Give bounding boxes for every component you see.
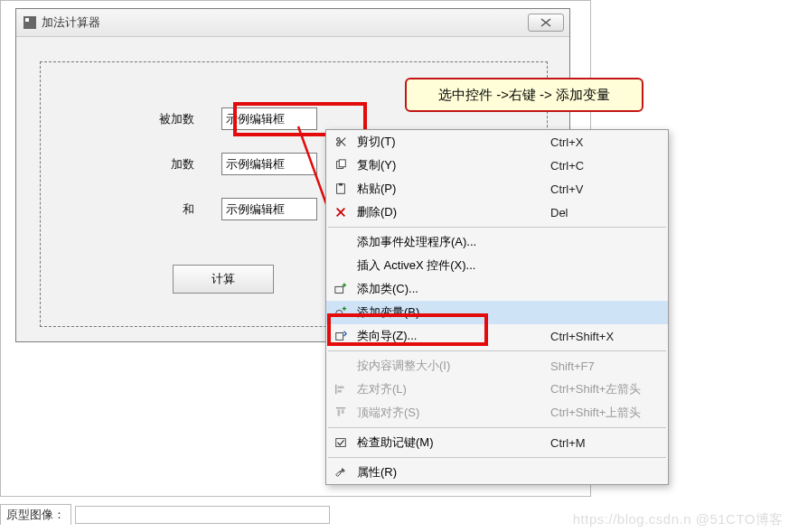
- close-icon: [540, 18, 551, 27]
- menu-item-label: 按内容调整大小(I): [352, 358, 550, 374]
- menu-separator: [328, 227, 666, 228]
- title-bar: 加法计算器: [16, 9, 569, 37]
- context-menu: 剪切(T)Ctrl+X复制(Y)Ctrl+C粘贴(P)Ctrl+V删除(D)De…: [325, 129, 669, 485]
- menu-item-props[interactable]: 属性(R): [326, 461, 668, 484]
- label-addend2: 加数: [122, 156, 194, 173]
- svg-rect-11: [342, 410, 344, 414]
- watermark: https://blog.csdn.n @51CTO博客: [573, 511, 784, 528]
- check-icon: [330, 436, 352, 449]
- menu-item-shortcut: Shift+F7: [550, 359, 668, 373]
- addclass-icon: [330, 283, 352, 295]
- classwiz-icon: [330, 330, 352, 342]
- menu-item-label: 剪切(T): [352, 134, 550, 150]
- svg-rect-7: [336, 333, 343, 341]
- menu-item-addhandler[interactable]: 添加事件处理程序(A)...: [326, 230, 668, 254]
- annotation-callout: 选中控件 ->右键 -> 添加变量: [405, 78, 643, 112]
- svg-rect-5: [335, 286, 343, 293]
- svg-rect-12: [336, 439, 346, 447]
- row-addend1: 被加数: [122, 107, 317, 130]
- menu-item-label: 添加事件处理程序(A)...: [352, 234, 550, 250]
- annotation-text: 选中控件 ->右键 -> 添加变量: [438, 87, 610, 104]
- calculate-button-label: 计算: [211, 271, 235, 287]
- label-sum: 和: [122, 201, 194, 218]
- menu-separator: [328, 457, 666, 458]
- copy-icon: [330, 159, 352, 172]
- menu-item-label: 删除(D): [352, 204, 550, 220]
- menu-item-alignleft: 左对齐(L)Ctrl+Shift+左箭头: [326, 378, 668, 401]
- menu-item-shortcut: Ctrl+C: [550, 159, 668, 173]
- menu-item-label: 左对齐(L): [352, 381, 550, 397]
- dialog-title: 加法计算器: [42, 14, 100, 31]
- svg-rect-4: [339, 183, 343, 186]
- row-addend2: 加数: [122, 153, 317, 175]
- menu-item-label: 插入 ActiveX 控件(X)...: [352, 257, 550, 274]
- menu-item-label: 顶端对齐(S): [352, 405, 550, 421]
- menu-item-aligntop: 顶端对齐(S)Ctrl+Shift+上箭头: [326, 401, 668, 425]
- menu-item-shortcut: Ctrl+M: [550, 436, 668, 450]
- menu-item-cut[interactable]: 剪切(T)Ctrl+X: [326, 130, 668, 154]
- row-sum: 和: [122, 198, 317, 220]
- menu-item-shortcut: Ctrl+X: [550, 135, 668, 149]
- menu-item-shortcut: Ctrl+V: [550, 182, 668, 196]
- menu-item-classwiz[interactable]: 类向导(Z)...Ctrl+Shift+X: [326, 324, 668, 348]
- menu-item-label: 属性(R): [352, 464, 550, 481]
- menu-item-addclass[interactable]: 添加类(C)...: [326, 277, 668, 301]
- input-addend2[interactable]: [221, 153, 317, 175]
- menu-item-sizecontent: 按内容调整大小(I)Shift+F7: [326, 354, 668, 378]
- menu-item-copy[interactable]: 复制(Y)Ctrl+C: [326, 154, 668, 177]
- label-addend1: 被加数: [122, 111, 194, 127]
- menu-item-shortcut: Ctrl+Shift+上箭头: [550, 405, 668, 421]
- menu-item-shortcut: Del: [550, 206, 668, 219]
- alignt-icon: [330, 406, 352, 419]
- menu-separator: [328, 350, 666, 351]
- menu-item-insertax[interactable]: 插入 ActiveX 控件(X)...: [326, 254, 668, 277]
- app-icon: [23, 16, 36, 29]
- menu-item-mnemonics[interactable]: 检查助记键(M)Ctrl+M: [326, 431, 668, 454]
- menu-item-label: 类向导(Z)...: [352, 328, 550, 344]
- menu-item-label: 添加变量(B)...: [352, 304, 550, 321]
- close-button[interactable]: [528, 14, 564, 32]
- menu-item-label: 粘贴(P): [352, 181, 550, 197]
- scissors-icon: [330, 135, 352, 148]
- calculate-button[interactable]: 计算: [173, 265, 274, 294]
- menu-separator: [328, 427, 666, 428]
- addvar-icon: [330, 306, 352, 319]
- bottom-panel: 原型图像：: [0, 504, 330, 525]
- svg-rect-8: [338, 387, 344, 389]
- menu-item-paste[interactable]: 粘贴(P)Ctrl+V: [326, 177, 668, 201]
- menu-item-shortcut: Ctrl+Shift+X: [550, 330, 668, 343]
- alignl-icon: [330, 383, 352, 396]
- prototype-image-label: 原型图像：: [0, 504, 71, 525]
- menu-item-addvar[interactable]: 添加变量(B)...: [326, 301, 668, 324]
- menu-item-shortcut: Ctrl+Shift+左箭头: [550, 381, 668, 397]
- menu-item-label: 添加类(C)...: [352, 281, 550, 297]
- svg-rect-2: [339, 160, 345, 167]
- input-addend1[interactable]: [221, 107, 317, 130]
- menu-item-delete[interactable]: 删除(D)Del: [326, 201, 668, 224]
- wrench-icon: [330, 466, 352, 479]
- svg-rect-9: [338, 390, 342, 393]
- menu-item-label: 复制(Y): [352, 157, 550, 173]
- svg-rect-10: [338, 410, 341, 416]
- paste-icon: [330, 182, 352, 195]
- menu-item-label: 检查助记键(M): [352, 434, 550, 451]
- svg-point-6: [336, 310, 343, 316]
- input-sum[interactable]: [221, 198, 317, 220]
- x-icon: [330, 206, 352, 219]
